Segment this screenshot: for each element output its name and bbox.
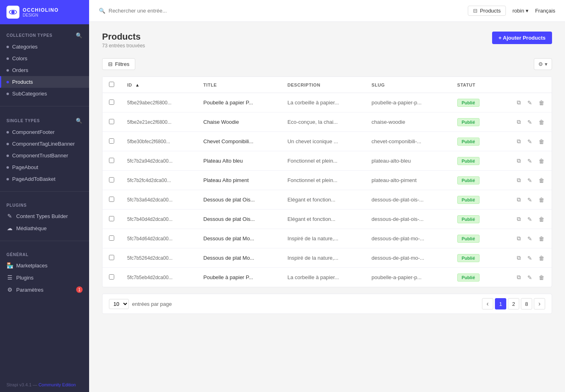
select-all-checkbox[interactable] [109, 82, 114, 87]
copy-button[interactable]: ⧉ [516, 137, 522, 146]
row-checkbox[interactable] [109, 197, 114, 202]
edit-button[interactable]: ✎ [527, 99, 533, 107]
delete-button[interactable]: 🗑 [538, 176, 545, 184]
row-id: 5fc7b40d4d2dca00... [121, 210, 197, 229]
edit-button[interactable]: ✎ [527, 215, 533, 223]
delete-button[interactable]: 🗑 [538, 254, 545, 262]
settings-icon: ⚙ [538, 61, 543, 67]
row-checkbox[interactable] [109, 274, 114, 280]
edit-button[interactable]: ✎ [527, 176, 533, 184]
row-checkbox[interactable] [109, 255, 114, 260]
copy-button[interactable]: ⧉ [516, 98, 522, 107]
topbar-filter-badge[interactable]: ⊟ Products [468, 6, 506, 16]
edit-button[interactable]: ✎ [527, 235, 533, 243]
delete-button[interactable]: 🗑 [538, 273, 545, 282]
copy-button[interactable]: ⧉ [516, 215, 522, 223]
community-edition-link[interactable]: Community Edition [38, 382, 76, 387]
logo-name: OCCHIOLINO [23, 7, 59, 13]
copy-button[interactable]: ⧉ [516, 118, 522, 126]
delete-button[interactable]: 🗑 [538, 215, 545, 223]
sidebar-item-pageabout[interactable]: PageAbout [0, 161, 89, 173]
main-panel: 🔍 ⊟ Products robin ▾ Français Products 7… [89, 0, 565, 392]
user-menu[interactable]: robin ▾ [512, 8, 529, 14]
row-slug: plateau-alto-bleu [365, 151, 450, 171]
row-slug: plateau-alto-piment [365, 171, 450, 190]
status-badge: Publié [457, 215, 480, 223]
delete-button[interactable]: 🗑 [538, 235, 545, 243]
copy-button[interactable]: ⧉ [516, 234, 522, 243]
filters-button[interactable]: ⊟ Filtres [102, 58, 135, 70]
collection-types-header: COLLECTION TYPES 🔍 [0, 31, 89, 41]
sidebar-item-categories[interactable]: Categories [0, 41, 89, 53]
edit-button[interactable]: ✎ [527, 157, 533, 165]
topbar: 🔍 ⊟ Products robin ▾ Français [89, 0, 565, 22]
table-settings-button[interactable]: ⚙ ▾ [534, 58, 552, 70]
sidebar-logo[interactable]: OCCHIOLINO DESIGN [0, 0, 89, 24]
row-checkbox[interactable] [109, 235, 114, 241]
row-checkbox[interactable] [109, 216, 114, 221]
copy-button[interactable]: ⧉ [516, 176, 522, 184]
sidebar-divider-3 [0, 241, 89, 241]
prev-page-button[interactable]: ‹ [482, 298, 493, 309]
sidebar-item-componenttaglinebanner[interactable]: ComponentTagLineBanner [0, 138, 89, 150]
edit-button[interactable]: ✎ [527, 273, 533, 282]
row-checkbox[interactable] [109, 158, 114, 163]
sidebar-item-plugins[interactable]: ☰ Plugins [0, 271, 89, 284]
sidebar-item-pageaddtobasket[interactable]: PageAddToBasket [0, 173, 89, 185]
page-2-button[interactable]: 2 [508, 298, 519, 309]
row-description: Fonctionnel et plein... [281, 171, 365, 190]
copy-button[interactable]: ⧉ [516, 195, 522, 204]
copy-button[interactable]: ⧉ [516, 273, 522, 282]
edit-button[interactable]: ✎ [527, 118, 533, 126]
delete-button[interactable]: 🗑 [538, 99, 545, 107]
sidebar-item-parametres[interactable]: ⚙ Paramètres 1 [0, 284, 89, 296]
dot-icon [6, 81, 9, 83]
single-search-icon[interactable]: 🔍 [76, 118, 83, 124]
edit-button[interactable]: ✎ [527, 196, 533, 204]
row-id: 5fc7b2a94d2dca00... [121, 151, 197, 171]
copy-button[interactable]: ⧉ [516, 157, 522, 165]
page-8-button[interactable]: 8 [521, 298, 532, 309]
row-checkbox[interactable] [109, 177, 114, 182]
sidebar-item-orders[interactable]: Orders [0, 64, 89, 76]
collection-search-icon[interactable]: 🔍 [76, 32, 83, 38]
row-actions-cell: ⧉ ✎ 🗑 [497, 229, 552, 248]
row-slug: chevet-componibili-... [365, 132, 450, 151]
delete-button[interactable]: 🗑 [538, 196, 545, 204]
single-types-section: SINGLE TYPES 🔍 ComponentFooter Component… [0, 110, 89, 188]
sidebar-item-colors[interactable]: Colors [0, 53, 89, 64]
topbar-search-area: 🔍 [99, 8, 461, 14]
row-actions-cell: ⧉ ✎ 🗑 [497, 112, 552, 132]
copy-button[interactable]: ⧉ [516, 254, 522, 262]
search-input[interactable] [109, 8, 461, 14]
sidebar-item-componentfooter[interactable]: ComponentFooter [0, 126, 89, 138]
row-title: Plateau Alto piment [197, 171, 281, 190]
sidebar-item-componenttrustbanner[interactable]: ComponentTrustBanner [0, 150, 89, 161]
edit-button[interactable]: ✎ [527, 254, 533, 262]
row-checkbox[interactable] [109, 119, 114, 124]
sidebar-item-products[interactable]: Products [0, 76, 89, 88]
sidebar-item-content-types-builder[interactable]: ✎ Content Types Builder [0, 210, 89, 222]
dot-icon [6, 178, 9, 180]
delete-button[interactable]: 🗑 [538, 157, 545, 165]
delete-button[interactable]: 🗑 [538, 138, 545, 146]
page-1-button[interactable]: 1 [495, 298, 506, 309]
row-checkbox[interactable] [109, 138, 114, 144]
row-title: Dessous de plat Ois... [197, 190, 281, 210]
sidebar-item-subcategories[interactable]: SubCategories [0, 88, 89, 100]
edit-button[interactable]: ✎ [527, 138, 533, 146]
page-header-left: Products 73 entrées trouvées [102, 32, 145, 49]
table-head: Id ▲ Title Description Slug Statut [102, 77, 552, 93]
add-products-button[interactable]: + Ajouter Products [492, 32, 552, 44]
sidebar-item-marketplaces[interactable]: 🏪 Marketplaces [0, 259, 89, 271]
sidebar-item-mediatheque[interactable]: ☁ Médiathèque [0, 222, 89, 234]
per-page-select[interactable]: 10 20 50 [109, 299, 129, 309]
row-slug: dessous-de-plat-ois-... [365, 190, 450, 210]
svg-point-0 [11, 11, 15, 14]
row-checkbox[interactable] [109, 100, 114, 105]
status-badge: Publié [457, 254, 480, 262]
next-page-button[interactable]: › [534, 298, 545, 309]
delete-button[interactable]: 🗑 [538, 118, 545, 126]
col-id[interactable]: Id ▲ [121, 77, 197, 93]
language-selector[interactable]: Français [535, 8, 555, 14]
